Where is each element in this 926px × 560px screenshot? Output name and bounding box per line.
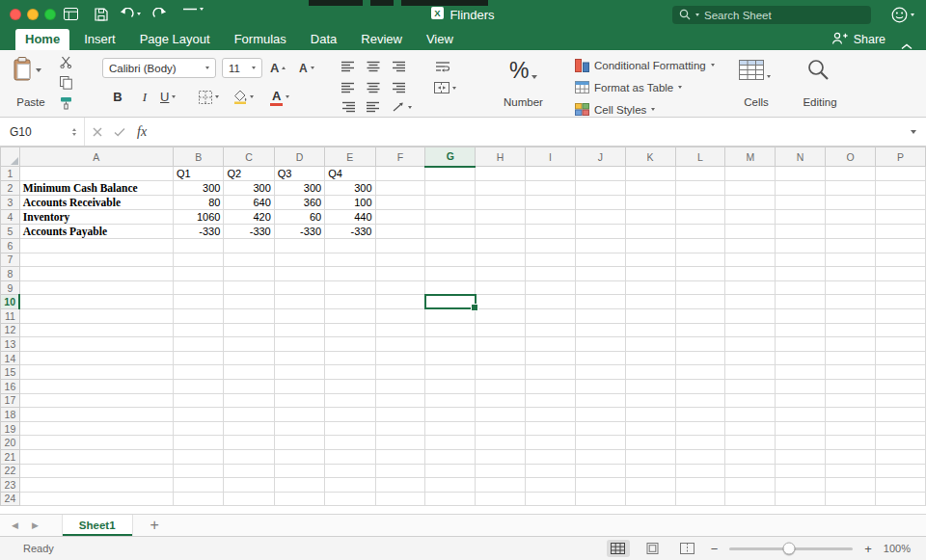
row-header-9[interactable]: 9 (1, 280, 20, 295)
cell-D13[interactable] (274, 337, 324, 352)
cell-B21[interactable] (173, 449, 223, 464)
cell-E19[interactable] (325, 421, 375, 436)
cell-I3[interactable] (526, 196, 576, 210)
cell-A16[interactable] (19, 379, 173, 393)
row-header-14[interactable]: 14 (1, 351, 20, 365)
cell-C10[interactable] (224, 295, 274, 309)
cell-A8[interactable] (19, 267, 173, 281)
cell-K16[interactable] (625, 379, 675, 393)
cell-A4[interactable]: Inventory (19, 210, 173, 225)
column-header-E[interactable]: E (325, 147, 375, 167)
cell-H7[interactable] (476, 253, 526, 267)
cell-M3[interactable] (725, 196, 776, 210)
cell-L3[interactable] (675, 196, 725, 210)
cell-I20[interactable] (526, 436, 576, 450)
row-header-3[interactable]: 3 (1, 196, 20, 210)
cell-H5[interactable] (476, 225, 526, 239)
cell-D7[interactable] (274, 253, 324, 267)
cell-D12[interactable] (274, 323, 324, 337)
bold-button[interactable]: B (106, 87, 129, 107)
cell-J10[interactable] (575, 295, 625, 309)
cell-A13[interactable] (19, 337, 173, 352)
row-header-20[interactable]: 20 (1, 436, 20, 450)
cell-B24[interactable] (173, 492, 223, 506)
cell-F14[interactable] (375, 351, 425, 365)
cell-I21[interactable] (526, 449, 576, 464)
cell-O2[interactable] (826, 181, 876, 196)
cell-N3[interactable] (776, 196, 826, 210)
cell-B12[interactable] (173, 323, 223, 337)
row-header-5[interactable]: 5 (1, 225, 20, 239)
cell-L17[interactable] (675, 393, 725, 408)
indent-increase-button[interactable] (367, 101, 380, 115)
cell-I11[interactable] (526, 308, 576, 323)
cell-E7[interactable] (325, 253, 375, 267)
cell-P9[interactable] (875, 280, 925, 295)
cell-E21[interactable] (325, 449, 375, 464)
cell-G7[interactable] (425, 253, 476, 267)
cell-E8[interactable] (325, 267, 375, 281)
cell-P22[interactable] (875, 464, 925, 478)
cell-K2[interactable] (625, 181, 675, 196)
cell-P13[interactable] (875, 337, 925, 352)
row-header-18[interactable]: 18 (1, 408, 20, 422)
cell-O22[interactable] (826, 464, 876, 478)
cut-button[interactable] (60, 56, 72, 68)
cell-K14[interactable] (625, 351, 675, 365)
cell-K11[interactable] (625, 308, 675, 323)
cell-N16[interactable] (776, 379, 826, 393)
cell-H20[interactable] (476, 436, 526, 450)
cell-F8[interactable] (375, 267, 425, 281)
cell-F6[interactable] (375, 239, 425, 253)
italic-button[interactable]: I (133, 87, 156, 107)
cell-C21[interactable] (224, 449, 274, 464)
cell-I4[interactable] (526, 210, 576, 225)
cell-E4[interactable]: 440 (325, 210, 375, 225)
cell-B10[interactable] (173, 295, 223, 309)
cell-P3[interactable] (875, 196, 925, 210)
cell-F20[interactable] (375, 436, 425, 450)
cell-G22[interactable] (425, 464, 476, 478)
cell-J20[interactable] (575, 436, 625, 450)
close-window-button[interactable] (10, 9, 21, 20)
cell-N17[interactable] (776, 393, 826, 408)
cell-B13[interactable] (173, 337, 223, 352)
cell-C24[interactable] (224, 492, 274, 506)
cell-J19[interactable] (575, 421, 625, 436)
cell-A5[interactable]: Accounts Payable (19, 225, 173, 239)
cell-A23[interactable] (19, 478, 173, 493)
cell-E20[interactable] (325, 436, 375, 450)
cell-H17[interactable] (476, 393, 526, 408)
row-header-4[interactable]: 4 (1, 210, 20, 225)
undo-icon[interactable] (120, 8, 141, 20)
row-header-15[interactable]: 15 (1, 365, 20, 380)
cell-J15[interactable] (575, 365, 625, 380)
page-break-view-button[interactable] (676, 540, 699, 557)
tab-review[interactable]: Review (351, 29, 412, 50)
share-button[interactable]: Share (831, 29, 885, 50)
cell-F4[interactable] (375, 210, 425, 225)
cell-K4[interactable] (625, 210, 675, 225)
cell-H16[interactable] (476, 379, 526, 393)
cell-L10[interactable] (675, 295, 725, 309)
cell-E23[interactable] (325, 478, 375, 493)
cell-M5[interactable] (725, 225, 776, 239)
cell-P21[interactable] (875, 449, 925, 464)
cell-L21[interactable] (675, 449, 725, 464)
cell-K13[interactable] (625, 337, 675, 352)
cell-J12[interactable] (575, 323, 625, 337)
borders-button[interactable] (199, 87, 219, 107)
cell-F16[interactable] (375, 379, 425, 393)
cell-A7[interactable] (19, 253, 173, 267)
cell-E13[interactable] (325, 337, 375, 352)
cancel-icon[interactable] (93, 123, 102, 141)
add-sheet-button[interactable]: + (150, 518, 159, 533)
cell-A6[interactable] (19, 239, 173, 253)
cell-J13[interactable] (575, 337, 625, 352)
cell-A22[interactable] (19, 464, 173, 478)
cell-B2[interactable]: 300 (173, 181, 223, 196)
cell-J24[interactable] (575, 492, 625, 506)
cell-C19[interactable] (224, 421, 274, 436)
cell-J6[interactable] (575, 239, 625, 253)
cell-D4[interactable]: 60 (274, 210, 324, 225)
